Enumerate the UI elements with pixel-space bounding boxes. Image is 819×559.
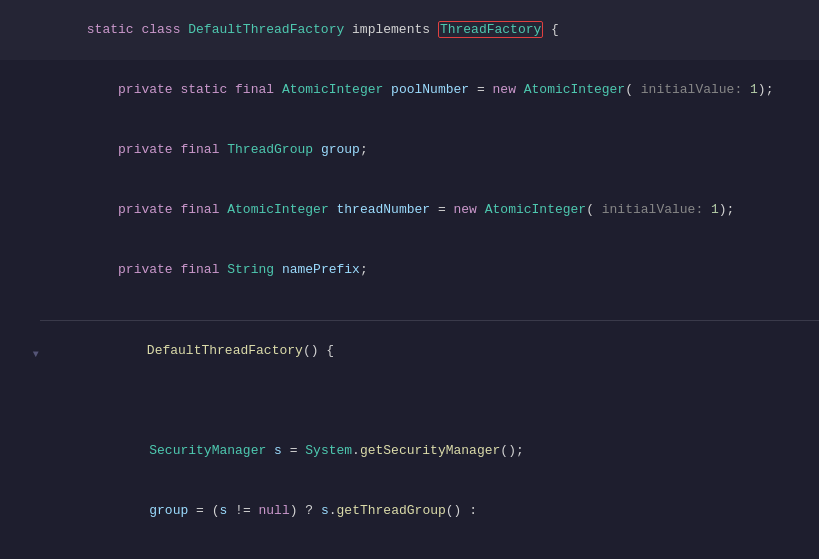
- line-content: static class DefaultThreadFactory implem…: [40, 0, 819, 60]
- code-line-4: private final AtomicInteger threadNumber…: [0, 180, 819, 240]
- code-line-3: private final ThreadGroup group;: [0, 120, 819, 180]
- code-line-10: Thread.currentThread().getThreadGroup();: [0, 541, 819, 559]
- line-content: private final String namePrefix;: [40, 240, 819, 300]
- code-line-blank1: [0, 300, 819, 320]
- line-content: [40, 300, 819, 320]
- code-line-7: ▼ DefaultThreadFactory() {: [0, 321, 819, 421]
- line-number: ▼: [0, 321, 69, 421]
- line-content: group = (s != null) ? s.getThreadGroup()…: [40, 481, 819, 541]
- line-content: private final AtomicInteger threadNumber…: [40, 180, 819, 240]
- code-editor: static class DefaultThreadFactory implem…: [0, 0, 819, 559]
- code-line-1: static class DefaultThreadFactory implem…: [0, 0, 819, 60]
- line-content: DefaultThreadFactory() {: [69, 321, 819, 381]
- line-content: SecurityManager s = System.getSecurityMa…: [40, 421, 819, 481]
- code-line-2: private static final AtomicInteger poolN…: [0, 60, 819, 120]
- line-content: private final ThreadGroup group;: [40, 120, 819, 180]
- line-content: Thread.currentThread().getThreadGroup();: [40, 541, 819, 559]
- code-line-9: group = (s != null) ? s.getThreadGroup()…: [0, 481, 819, 541]
- line-content: private static final AtomicInteger poolN…: [40, 60, 819, 120]
- code-line-8: SecurityManager s = System.getSecurityMa…: [0, 421, 819, 481]
- code-line-5: private final String namePrefix;: [0, 240, 819, 300]
